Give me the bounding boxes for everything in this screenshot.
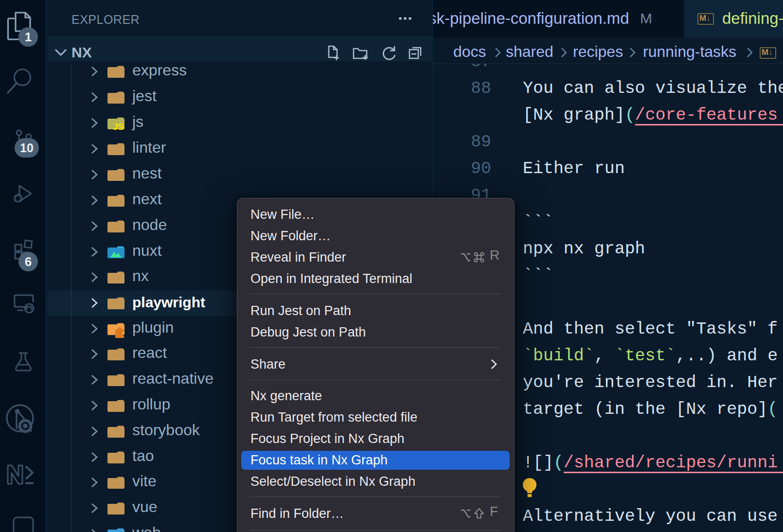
svg-text:JS: JS [113,122,124,130]
